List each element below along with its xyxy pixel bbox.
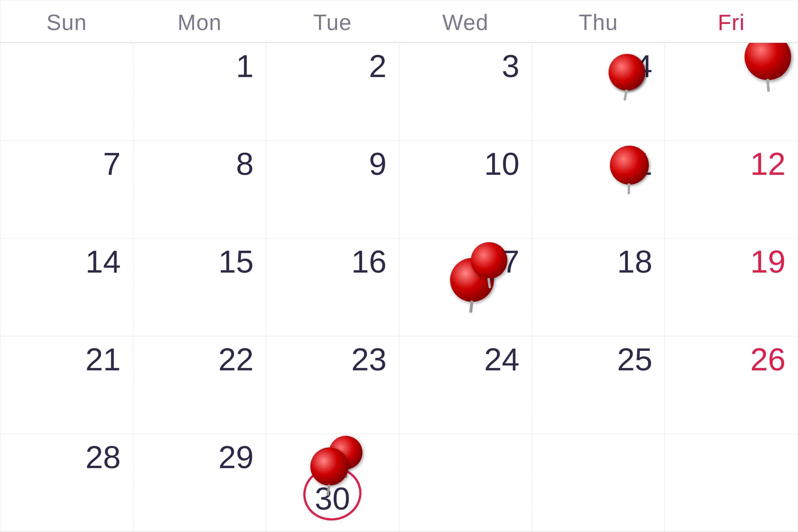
day-cell-4: 4 [532,43,665,140]
day-number: 1 [236,50,254,82]
day-cell-21: 21 [0,336,133,434]
week-row-5: 28 29 30 [0,434,798,532]
day-number: 14 [86,246,121,278]
day-cell-17: 17 [399,239,532,336]
day-cell-29: 29 [133,434,266,532]
week-row-2: 7 8 9 10 11 [0,141,798,239]
svg-rect-8 [469,300,473,313]
day-number: 7 [103,148,121,180]
day-cell-2: 2 [266,43,399,140]
day-cell-24: 24 [399,336,532,434]
day-number: 2 [369,50,386,82]
day-number: 24 [484,344,520,375]
day-cell-16: 16 [266,239,399,336]
header-tue: Tue [266,7,399,38]
day-cell-14: 14 [0,239,133,336]
day-cell-10: 10 [399,141,532,238]
day-cell-26: 26 [665,336,798,434]
day-number: 10 [484,148,520,180]
day-cell-30: 30 [266,434,399,532]
day-number: 19 [750,246,785,278]
day-cell-8: 8 [133,141,266,238]
day-number: 28 [86,441,121,473]
svg-point-12 [329,436,362,469]
day-cell-empty-2 [399,434,532,532]
day-number: 22 [218,344,254,375]
day-headers: Sun Mon Tue Wed Thu Fri [0,0,798,43]
day-cell-empty-4 [665,434,798,532]
week-row-3: 14 15 16 17 [0,239,798,336]
day-cell-9: 9 [266,141,399,238]
day-cell-23: 23 [266,336,399,434]
day-number: 23 [351,344,386,375]
svg-rect-13 [344,468,347,478]
day-number: 26 [750,344,785,375]
svg-rect-10 [487,278,491,288]
day-number: 8 [236,148,254,180]
day-number: 3 [502,50,519,82]
day-cell-empty-1 [0,43,133,140]
day-cell-18: 18 [532,239,665,336]
day-number: 17 [484,246,520,278]
day-cell-1: 1 [133,43,266,140]
header-fri: Fri [665,7,798,38]
day-cell-19: 19 [665,239,798,336]
day-cell-5: 5 [665,43,798,140]
day-cell-22: 22 [133,336,266,434]
day-cell-25: 25 [532,336,665,434]
week-row-4: 21 22 23 24 25 26 [0,336,798,434]
day-cell-15: 15 [133,239,266,336]
day-cell-28: 28 [0,434,133,532]
day-number: 11 [617,148,653,180]
day-number: 29 [218,441,254,473]
day-cell-11: 11 [532,141,665,238]
day-number: 16 [351,246,386,278]
header-wed: Wed [399,7,532,38]
day-number: 21 [86,344,121,375]
day-number: 4 [635,50,652,82]
week-row-1: 1 2 3 4 [0,43,798,141]
day-cell-7: 7 [0,141,133,238]
calendar: Sun Mon Tue Wed Thu Fri 1 2 3 4 [0,0,798,532]
day-cell-3: 3 [399,43,532,140]
header-mon: Mon [133,7,266,38]
day-number: 12 [750,148,785,180]
day-cell-empty-3 [532,434,665,532]
day-number: 25 [617,344,653,375]
day-number: 9 [369,148,386,180]
svg-rect-6 [628,183,630,194]
svg-point-14 [310,448,348,486]
calendar-body: 1 2 3 4 [0,43,798,532]
header-sun: Sun [0,7,133,38]
day-cell-12: 12 [665,141,798,238]
day-number-30: 30 [315,483,350,514]
svg-rect-2 [623,90,628,101]
day-number: 15 [218,246,254,278]
header-thu: Thu [532,7,665,38]
day-number: 5 [768,50,785,82]
day-number: 18 [617,246,653,278]
